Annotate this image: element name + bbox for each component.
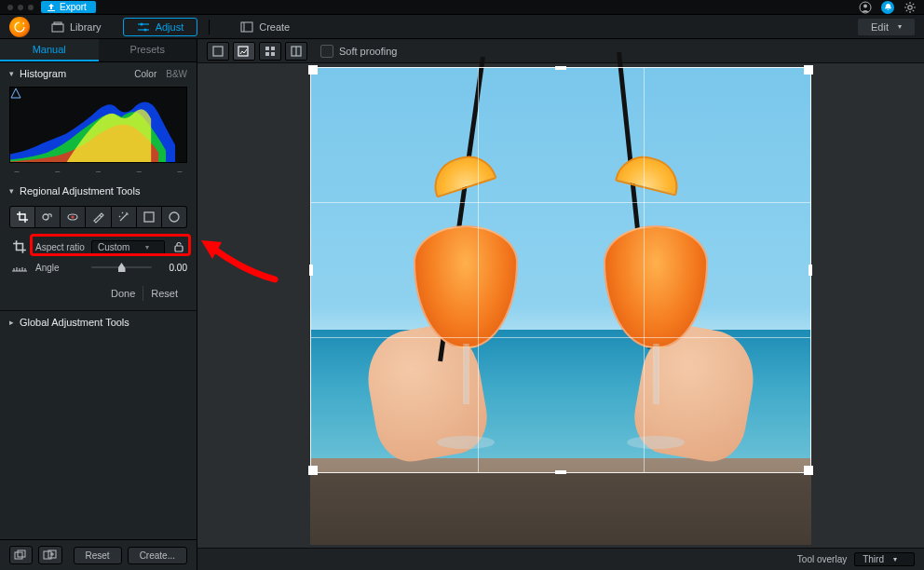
svg-rect-24 xyxy=(175,246,183,251)
view-compare-button[interactable] xyxy=(233,42,255,61)
clipping-warning-icon[interactable] xyxy=(10,88,21,99)
sidebar-create-preset-button[interactable]: Create... xyxy=(128,547,187,564)
mode-create-button[interactable]: Create xyxy=(226,18,304,36)
mode-library-button[interactable]: Library xyxy=(37,18,116,36)
window-titlebar: Export xyxy=(0,0,924,15)
tool-gradient-button[interactable] xyxy=(137,206,162,228)
library-icon xyxy=(51,21,64,33)
account-icon[interactable] xyxy=(859,1,872,14)
view-single-button[interactable] xyxy=(207,42,229,61)
export-button[interactable]: Export xyxy=(41,1,96,13)
mode-toolbar: Library Adjust Create Edit ▾ xyxy=(0,15,924,39)
crop-overlay[interactable] xyxy=(310,67,811,473)
chevron-right-icon: ▸ xyxy=(9,318,14,327)
crop-handle-bl[interactable] xyxy=(308,466,318,475)
copy-settings-button[interactable] xyxy=(9,546,33,564)
angle-ruler-icon[interactable] xyxy=(9,262,30,273)
svg-rect-26 xyxy=(18,550,25,557)
svg-rect-30 xyxy=(238,47,248,56)
notifications-icon[interactable] xyxy=(881,1,894,14)
crop-handle-tr[interactable] xyxy=(804,65,813,75)
svg-rect-12 xyxy=(54,22,61,24)
canvas-area: Soft proofing xyxy=(197,39,924,570)
copy-icon xyxy=(14,550,29,561)
view-split-button[interactable] xyxy=(285,42,307,61)
chevron-down-icon: ▾ xyxy=(898,22,902,31)
aspect-ratio-select[interactable]: Custom ▾ xyxy=(91,240,165,254)
circle-radial-icon xyxy=(168,210,181,224)
left-sidebar: Manual Presets ▾ Histogram Color B&W –––… xyxy=(0,39,197,570)
svg-line-8 xyxy=(913,9,914,10)
regional-title: Regional Adjustment Tools xyxy=(20,185,187,197)
crop-handle-left[interactable] xyxy=(309,265,313,276)
grid-view-icon xyxy=(265,46,276,57)
chevron-down-icon: ▾ xyxy=(9,186,14,196)
tool-brush-button[interactable] xyxy=(86,206,111,228)
tool-overlay-select[interactable]: Third ▾ xyxy=(854,552,915,566)
section-header-global[interactable]: ▸ Global Adjustment Tools xyxy=(0,311,197,333)
export-label: Export xyxy=(60,2,87,12)
annotation-arrow xyxy=(196,233,279,289)
image-viewport[interactable] xyxy=(197,63,924,548)
edit-dropdown[interactable]: Edit ▾ xyxy=(858,19,915,35)
paste-settings-button[interactable] xyxy=(38,546,61,564)
global-title: Global Adjustment Tools xyxy=(20,317,187,328)
sidebar-tab-manual[interactable]: Manual xyxy=(0,39,99,61)
edit-dropdown-label: Edit xyxy=(871,21,889,33)
chevron-down-icon: ▾ xyxy=(893,555,897,563)
spot-removal-icon xyxy=(41,210,54,224)
tool-radial-button[interactable] xyxy=(162,206,187,228)
tool-redeye-button[interactable] xyxy=(61,206,86,228)
mode-create-label: Create xyxy=(259,21,290,33)
histogram-markers: ––––– xyxy=(0,167,197,180)
settings-gear-icon[interactable] xyxy=(904,1,917,14)
upload-icon xyxy=(47,3,56,12)
magic-wand-icon xyxy=(117,210,130,224)
soft-proofing-checkbox[interactable] xyxy=(320,45,333,58)
svg-rect-29 xyxy=(213,47,223,56)
view-grid-button[interactable] xyxy=(259,42,281,61)
create-icon xyxy=(240,21,253,33)
angle-slider[interactable] xyxy=(91,261,152,274)
svg-rect-25 xyxy=(15,552,22,559)
aspect-lock-button[interactable] xyxy=(170,238,187,255)
svg-point-2 xyxy=(908,5,912,8)
crop-handle-right[interactable] xyxy=(808,265,812,276)
crop-handle-bottom[interactable] xyxy=(555,470,566,474)
tool-selective-button[interactable] xyxy=(112,206,137,228)
adjust-sliders-icon xyxy=(137,21,150,33)
sidebar-reset-button[interactable]: Reset xyxy=(74,547,122,564)
tool-crop-button[interactable] xyxy=(9,206,35,228)
mode-adjust-label: Adjust xyxy=(156,21,184,33)
histogram-mode-bw[interactable]: B&W xyxy=(166,69,187,79)
crop-handle-top[interactable] xyxy=(555,66,566,70)
unlock-icon xyxy=(173,241,184,252)
crop-done-button[interactable]: Done xyxy=(103,286,143,301)
tool-overlay-value: Third xyxy=(863,554,884,564)
tool-spot-button[interactable] xyxy=(35,206,61,228)
svg-point-15 xyxy=(140,22,143,25)
svg-rect-34 xyxy=(271,52,275,56)
svg-line-9 xyxy=(913,3,914,4)
svg-point-19 xyxy=(43,214,48,220)
aspect-ratio-value: Custom xyxy=(98,242,129,252)
crop-handle-tl[interactable] xyxy=(308,65,318,75)
crop-reset-button[interactable]: Reset xyxy=(143,286,185,301)
crop-straighten-icon[interactable] xyxy=(9,239,30,254)
sidebar-tab-presets[interactable]: Presets xyxy=(99,39,197,61)
crop-icon xyxy=(16,210,29,224)
histogram-mode-color[interactable]: Color xyxy=(134,69,156,79)
chevron-down-icon: ▾ xyxy=(145,243,149,251)
compare-view-icon xyxy=(238,46,251,57)
mode-adjust-button[interactable]: Adjust xyxy=(123,18,198,36)
single-view-icon xyxy=(212,46,224,57)
svg-rect-11 xyxy=(52,24,63,32)
crop-handle-br[interactable] xyxy=(804,466,813,475)
app-logo-icon xyxy=(9,17,30,37)
section-header-histogram[interactable]: ▾ Histogram Color B&W xyxy=(0,62,197,85)
window-traffic-lights xyxy=(7,5,34,10)
tool-overlay-label: Tool overlay xyxy=(797,554,847,564)
section-header-regional[interactable]: ▾ Regional Adjustment Tools xyxy=(0,180,197,202)
svg-rect-33 xyxy=(265,52,269,56)
histogram-chart xyxy=(9,87,187,163)
